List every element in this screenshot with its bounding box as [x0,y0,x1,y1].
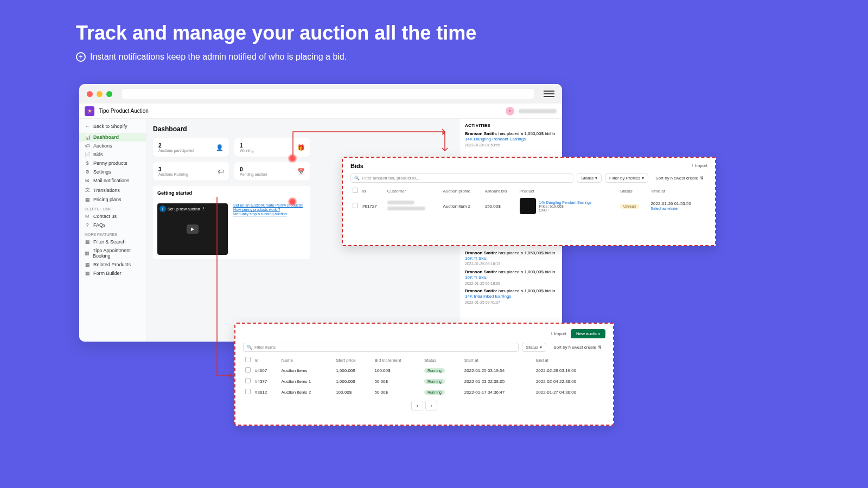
checkbox[interactable] [245,367,251,373]
product-link[interactable]: 14k Dangling Pendant Earrings [539,201,592,204]
tag-icon: 🏷 [85,143,90,149]
sidebar-item-form[interactable]: ▦Form Builder [79,269,146,278]
status-badge: Unread [620,204,639,209]
activity-link[interactable]: 14K Interlinked Earrings [465,294,511,299]
more-features-section: MORE FEATURES [79,229,146,237]
app-icon: ▦ [85,251,90,256]
upload-icon: ↑ [550,331,552,336]
status-filter[interactable]: Status▾ [577,174,602,183]
activity-item: Branson Smith: has placed a 1,050,00$ bi… [465,251,557,267]
checkbox[interactable] [245,378,251,383]
doc-icon: 📄 [85,152,90,157]
checkbox[interactable] [245,389,251,394]
close-dot[interactable] [87,91,93,97]
sidebar-item-related[interactable]: ▦Related Products [79,260,146,269]
activity-item: Branson Smith: has placed a 1,000,00$ bi… [465,288,557,305]
search-icon: 🔍 [354,176,360,181]
profiles-filter[interactable]: Filter by Profiles▾ [605,174,648,183]
app-icon: ▦ [85,239,90,245]
avatar[interactable]: t [506,107,514,115]
search-icon: 🔍 [247,345,252,350]
calendar-icon: 📅 [297,168,305,175]
sidebar-item-mail[interactable]: ✉Mail notifications [79,176,146,185]
status-badge: Running [424,390,445,395]
status-badge: Running [424,368,445,373]
sidebar-item-translations[interactable]: 文Translations [79,185,146,195]
link-how-penny[interactable]: How penny products work ? [233,208,303,211]
import-button[interactable]: ↑Import [550,329,566,338]
activity-item: Branson Smith: has placed a 1,000,00$ bi… [465,269,557,286]
activity-link[interactable]: 16K Ti Skis [465,256,487,261]
sidebar-item-faqs[interactable]: ?FAQs [79,221,146,229]
upload-icon: ↑ [691,163,693,168]
app-name: Tipo Product Auction [99,108,149,114]
page-title: Track and manage your auction all the ti… [76,22,792,44]
plus-icon: + [76,52,86,62]
page-next[interactable]: › [425,401,437,410]
sidebar-item-dashboard[interactable]: 📊Dashboard [79,133,146,142]
import-button[interactable]: ↑Import [691,163,707,168]
activity-item: Branson Smith: has placed a 1,050,00$ bi… [465,131,557,148]
bids-table: idCustomerAuction profileAmount bidProdu… [350,186,707,216]
search-input[interactable]: 🔍Filter amount bid, product id... [350,174,573,183]
select-winner-link[interactable]: Select as winner [651,207,679,210]
activities-title: ACTIVITIES [465,123,557,128]
chevron-down-icon: ▾ [642,176,644,181]
search-input[interactable]: 🔍Filter items [243,343,519,352]
gear-icon: ⚙ [85,169,90,175]
sort-icon: ⇅ [700,176,704,181]
mail-icon: ✉ [85,214,90,219]
sort-select[interactable]: Sort by Newest create⇅ [652,174,707,183]
sidebar-item-booking[interactable]: ▦Tipo Appointment Booking [79,246,146,260]
sidebar-item-bids[interactable]: 📄Bids [79,150,146,159]
sidebar-item-penny[interactable]: $Penny products [79,159,146,168]
app-icon: ▦ [85,262,90,267]
table-row[interactable]: #4607Auction items1,000.00$100.00$Runnin… [243,365,605,376]
chevron-down-icon: ▾ [540,345,542,350]
max-dot[interactable] [106,91,112,97]
sidebar-item-auctions[interactable]: 🏷Auctions [79,142,146,150]
pulse-marker [288,153,297,163]
page-subtitle: +Instant notifications keep the admin no… [76,52,792,62]
card-pending[interactable]: 0Pending auction📅 [234,162,310,181]
sort-select[interactable]: Sort by Newest create⇅ [550,343,605,352]
helpful-link-section: HELPFUL LINK [79,204,146,212]
table-row[interactable]: #4377Auction items 11,000.00$50.00$Runni… [243,376,605,387]
grid-icon: ▦ [85,197,90,202]
app-logo-icon: ★ [85,106,94,116]
sidebar-item-filter[interactable]: ▦Filter & Search [79,237,146,246]
help-links: Set up an auctionCreate Penny products! … [233,203,303,255]
auctions-table: idNameStart priceBid incrementStatusStar… [243,355,605,397]
back-to-shopify[interactable]: ←Back to Shopify [79,122,146,131]
table-row[interactable]: #61727 Auction item 2 150.00$ 14k Dangli… [350,196,707,216]
activity-link[interactable]: 14K Dangling Pendant Earrings [465,137,526,142]
checkbox-all[interactable] [353,188,358,193]
sidebar: ←Back to Shopify 📊Dashboard 🏷Auctions 📄B… [79,119,146,342]
hamburger-icon[interactable] [544,91,554,97]
tag-icon: 🏷 [218,168,224,175]
link-stop[interactable]: Manually stop a running auction [233,212,303,216]
lang-icon: 文 [85,187,90,194]
dollar-icon: $ [85,160,90,166]
table-row[interactable]: #3812Auction items 2100.00$50.00$Running… [243,387,605,397]
page-prev[interactable]: ‹ [411,401,423,410]
mail-icon: ✉ [85,178,90,183]
app-icon: ▦ [85,271,90,276]
status-filter[interactable]: Status▾ [522,343,547,352]
url-bar[interactable] [122,89,534,99]
checkbox-all[interactable] [245,357,251,362]
min-dot[interactable] [97,91,103,97]
sidebar-item-settings[interactable]: ⚙Settings [79,168,146,176]
sidebar-item-pricing[interactable]: ▦Pricing plans [79,195,146,204]
auctions-callout: ↑Import New auction 🔍Filter items Status… [234,323,614,426]
product-thumb [520,198,536,214]
checkbox[interactable] [353,203,358,208]
sidebar-item-contact[interactable]: ✉Contact us [79,212,146,221]
arrow-line [206,126,450,159]
new-auction-button[interactable]: New auction [571,329,605,338]
sort-icon: ⇅ [598,345,602,350]
arrow-left-icon: ← [85,124,90,129]
activity-link[interactable]: 16K Ti Skis [465,275,487,280]
titlebar [79,84,562,104]
card-running[interactable]: 3Auctions Running🏷 [153,162,229,181]
